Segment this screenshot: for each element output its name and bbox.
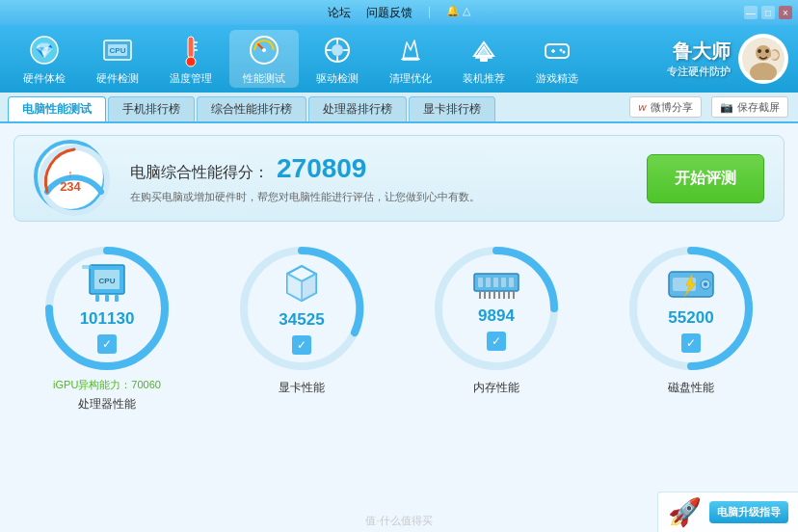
rocket-icon: 🚀 (668, 496, 702, 528)
disk-icon (665, 264, 717, 303)
metric-cpu-circle: CPU 101130 ✓ (40, 241, 174, 376)
cpu-icon: CPU (82, 263, 132, 304)
metric-gpu-value: 34525 (279, 310, 324, 330)
watermark: 值·什么值得买 (365, 514, 432, 528)
svg-rect-20 (545, 44, 569, 58)
metric-disk-circle: 55200 ✓ (624, 241, 758, 376)
upgrade-bar: 🚀 电脑升级指导 (657, 492, 798, 532)
svg-point-28 (758, 49, 761, 53)
metric-ram-label: 内存性能 (473, 380, 519, 396)
svg-rect-49 (479, 291, 481, 299)
svg-rect-56 (513, 291, 515, 299)
nav-hardware-rec[interactable]: 装机推荐 (449, 30, 519, 88)
top-nav: 💎 硬件体检 CPU 硬件检测 (0, 25, 798, 93)
gauge-needle-indicator: ↑ (67, 168, 73, 179)
maximize-button[interactable]: □ (761, 6, 775, 19)
nav-hardware-detect[interactable]: CPU 硬件检测 (83, 30, 152, 88)
svg-rect-50 (484, 291, 486, 299)
brand-sub: 专注硬件防护 (667, 65, 731, 79)
game-select-icon (540, 33, 574, 67)
hardware-check-icon: 💎 (27, 33, 62, 67)
save-screenshot-button[interactable]: 📷 保存截屏 (711, 96, 788, 118)
svg-point-12 (262, 48, 266, 52)
brand-name: 鲁大师 (673, 39, 731, 65)
metric-gpu-circle: 34525 ✓ (234, 241, 369, 376)
nav-hardware-check-label: 硬件体检 (23, 71, 66, 86)
nav-hardware-detect-label: 硬件检测 (96, 71, 139, 86)
metric-disk-label: 磁盘性能 (668, 380, 714, 396)
clean-opt-icon (393, 33, 428, 67)
metric-cpu-check: ✓ (97, 334, 117, 354)
tab-cpu-rank[interactable]: 处理器排行榜 (308, 96, 407, 121)
svg-rect-53 (498, 291, 500, 299)
nav-clean-opt[interactable]: 清理优化 (376, 30, 445, 88)
nav-clean-opt-label: 清理优化 (389, 71, 432, 86)
upgrade-button[interactable]: 电脑升级指导 (709, 501, 788, 523)
nav-perf-test[interactable]: 性能测试 (229, 30, 299, 88)
perf-test-icon (247, 33, 281, 67)
svg-text:💎: 💎 (35, 41, 54, 60)
metric-ram: 9894 ✓ 内存性能 (409, 241, 584, 412)
tab-actions: 𝘸 微博分享 📷 保存截屏 (629, 96, 788, 118)
svg-rect-44 (478, 278, 483, 287)
tab-phone-rank[interactable]: 手机排行榜 (108, 96, 195, 121)
hardware-detect-icon: CPU (100, 33, 135, 67)
metric-cpu-label: 处理器性能 (78, 396, 136, 412)
weibo-share-button[interactable]: 𝘸 微博分享 (629, 96, 702, 118)
svg-point-14 (332, 44, 343, 56)
svg-rect-46 (493, 278, 498, 287)
ram-icon (470, 266, 522, 301)
metric-ram-check: ✓ (487, 332, 506, 351)
nav-temp-manage-label: 温度管理 (170, 71, 212, 86)
main-content: ↑ 234 电脑综合性能得分： 270809 在购买电脑或增加硬件时，帮您对电脑… (0, 123, 798, 532)
gpu-icon (278, 262, 326, 305)
svg-point-29 (765, 49, 769, 53)
svg-rect-16 (336, 56, 338, 62)
svg-point-23 (560, 48, 563, 51)
nav-driver-detect-label: 驱动检测 (316, 71, 359, 86)
camera-icon: 📷 (720, 101, 733, 114)
metric-gpu: 34525 ✓ 显卡性能 (214, 241, 389, 412)
nav-hardware-rec-label: 装机推荐 (463, 71, 505, 86)
feedback-link[interactable]: 问题反馈 (366, 5, 412, 21)
svg-rect-55 (508, 291, 510, 299)
metric-cpu-sublabel: iGPU异构能力：70060 (53, 378, 161, 392)
tab-pc-perf[interactable]: 电脑性能测试 (8, 96, 106, 121)
svg-rect-39 (82, 265, 92, 269)
app-title: 🔔 △ (446, 5, 470, 21)
tab-gpu-rank[interactable]: 显卡排行榜 (409, 96, 495, 121)
brand-area: 鲁大师 专注硬件防护 (667, 34, 788, 84)
eval-button[interactable]: 开始评测 (647, 154, 764, 203)
weibo-icon: 𝘸 (638, 99, 647, 115)
svg-point-61 (704, 282, 707, 286)
gauge-number: 234 (60, 179, 81, 194)
svg-rect-19 (480, 58, 488, 62)
metric-ram-inner: 9894 ✓ (470, 266, 522, 351)
metric-disk: 55200 ✓ 磁盘性能 (603, 241, 779, 412)
metric-disk-value: 55200 (668, 308, 713, 328)
svg-rect-51 (489, 291, 491, 299)
svg-rect-15 (336, 39, 338, 44)
minimize-button[interactable]: — (744, 6, 758, 19)
svg-rect-45 (486, 278, 491, 287)
nav-items: 💎 硬件体检 CPU 硬件检测 (10, 30, 667, 88)
metric-cpu: CPU 101130 ✓ iGPU异构能力：70060 处理器性能 (19, 241, 195, 412)
tab-overall-rank[interactable]: 综合性能排行榜 (197, 96, 306, 121)
score-description: 在购买电脑或增加硬件时，帮您对电脑性能进行评估，让您做到心中有数。 (130, 190, 627, 204)
metrics-row: CPU 101130 ✓ iGPU异构能力：70060 处理器性能 (0, 231, 798, 422)
nav-hardware-check[interactable]: 💎 硬件体检 (10, 30, 79, 88)
hardware-rec-icon (466, 33, 501, 67)
nav-game-select[interactable]: 游戏精选 (522, 30, 592, 88)
score-info: 电脑综合性能得分： 270809 在购买电脑或增加硬件时，帮您对电脑性能进行评估… (130, 153, 627, 204)
metric-ram-circle: 9894 ✓ (429, 241, 564, 376)
metric-ram-value: 9894 (478, 306, 515, 326)
nav-temp-manage[interactable]: 温度管理 (156, 30, 226, 88)
close-button[interactable]: × (779, 6, 792, 19)
score-panel: ↑ 234 电脑综合性能得分： 270809 在购买电脑或增加硬件时，帮您对电脑… (13, 135, 785, 222)
tab-bar: 电脑性能测试 手机排行榜 综合性能排行榜 处理器排行榜 显卡排行榜 𝘸 微博分享… (0, 93, 798, 123)
svg-rect-17 (326, 49, 332, 51)
nav-driver-detect[interactable]: 驱动检测 (303, 30, 372, 88)
nav-perf-test-label: 性能测试 (243, 71, 285, 86)
forum-link[interactable]: 论坛 (328, 5, 351, 21)
svg-point-24 (563, 50, 566, 53)
